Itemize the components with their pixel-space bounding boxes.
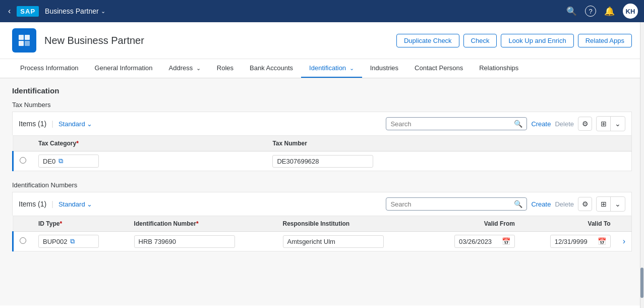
- id-row-radio-input[interactable]: [20, 237, 26, 244]
- id-type-label: ID Type: [38, 220, 60, 227]
- tab-identification[interactable]: Identification ⌄: [301, 59, 362, 78]
- tabs-bar: Process Information General Information …: [0, 59, 644, 78]
- id-numbers-view-buttons: ⊞ ⌄: [596, 196, 625, 212]
- tax-number-value: DE307699628: [277, 158, 319, 165]
- app-title-chevron[interactable]: ⌄: [101, 8, 105, 15]
- tax-numbers-section: Tax Numbers Items (1) | Standard ⌄ 🔍 Cre…: [12, 101, 632, 171]
- valid-from-value: 03/26/2023: [459, 238, 492, 245]
- page-icon: [12, 28, 36, 53]
- page-header: New Business Partner Duplicate Check Che…: [0, 22, 644, 59]
- notification-icon[interactable]: 🔔: [604, 6, 615, 17]
- id-standard-label: Standard: [58, 200, 85, 208]
- responsible-institution-col-header: Responsible Institution: [277, 216, 426, 232]
- tax-numbers-search-box[interactable]: 🔍: [386, 117, 527, 130]
- duplicate-check-button[interactable]: Duplicate Check: [396, 34, 459, 47]
- tax-numbers-grid-view-button[interactable]: ⊞: [597, 117, 611, 131]
- tab-identification-label: Identification: [309, 64, 346, 72]
- valid-from-col-header: Valid From: [425, 216, 521, 232]
- row-radio-input[interactable]: [20, 157, 26, 164]
- identification-chevron-icon: ⌄: [349, 65, 354, 71]
- id-search-icon[interactable]: 🔍: [514, 200, 522, 208]
- copy-icon[interactable]: ⧉: [58, 157, 63, 165]
- identification-numbers-table: ID Type* Identification Number* Responsi…: [12, 216, 632, 251]
- tab-roles[interactable]: Roles: [209, 59, 242, 78]
- table-row: DE0 ⧉ DE307699628: [13, 151, 632, 171]
- tab-relationships[interactable]: Relationships: [471, 59, 526, 78]
- tax-numbers-standard-button[interactable]: Standard ⌄: [58, 120, 92, 128]
- valid-to-calendar-icon[interactable]: 📅: [598, 237, 606, 245]
- tab-contact-persons[interactable]: Contact Persons: [406, 59, 471, 78]
- scrollbar[interactable]: [640, 22, 644, 305]
- search-nav-icon[interactable]: 🔍: [566, 6, 577, 17]
- id-numbers-search-box[interactable]: 🔍: [386, 197, 527, 211]
- address-chevron-icon: ⌄: [196, 65, 201, 71]
- svg-rect-1: [25, 35, 30, 40]
- look-up-enrich-button[interactable]: Look Up and Enrich: [501, 34, 573, 47]
- tax-numbers-expand-button[interactable]: ⌄: [611, 117, 625, 131]
- svg-rect-2: [19, 41, 24, 46]
- identification-number-field[interactable]: HRB 739690: [134, 235, 235, 248]
- identification-number-cell: HRB 739690: [128, 232, 277, 251]
- tab-address-label: Address: [169, 64, 193, 72]
- check-button[interactable]: Check: [463, 34, 497, 47]
- valid-from-calendar-icon[interactable]: 📅: [502, 237, 510, 245]
- tax-category-value: DE0: [43, 158, 55, 165]
- tax-numbers-search-input[interactable]: [390, 120, 514, 128]
- row-radio-cell[interactable]: [13, 151, 33, 171]
- tax-number-col-header: Tax Number: [266, 136, 631, 151]
- id-numbers-standard-button[interactable]: Standard ⌄: [58, 200, 92, 208]
- id-numbers-grid-view-button[interactable]: ⊞: [597, 197, 611, 211]
- tax-search-icon[interactable]: 🔍: [514, 120, 522, 128]
- identification-number-col-header: Identification Number*: [128, 216, 277, 232]
- id-type-value: BUP002: [43, 238, 67, 245]
- related-apps-button[interactable]: Related Apps: [578, 34, 632, 47]
- id-row-radio-cell[interactable]: [13, 232, 33, 251]
- tab-address[interactable]: Address ⌄: [161, 59, 209, 78]
- id-numbers-items-label: Items (1): [19, 200, 46, 208]
- id-type-cell: BUP002 ⧉: [32, 232, 128, 251]
- tax-numbers-items-label: Items (1): [19, 120, 46, 128]
- tab-industries[interactable]: Industries: [362, 59, 406, 78]
- id-type-field[interactable]: BUP002 ⧉: [38, 235, 99, 248]
- tax-numbers-create-button[interactable]: Create: [531, 120, 551, 128]
- tax-category-field[interactable]: DE0 ⧉: [38, 155, 99, 168]
- scrollbar-thumb[interactable]: [640, 268, 643, 298]
- avatar[interactable]: KH: [623, 4, 638, 19]
- page-title: New Business Partner: [44, 35, 144, 46]
- id-select-col-header: [13, 216, 33, 232]
- sap-logo: SAP: [17, 6, 39, 17]
- main-content: Identification Tax Numbers Items (1) | S…: [0, 78, 644, 305]
- svg-rect-3: [25, 41, 30, 46]
- tax-numbers-title: Tax Numbers: [12, 101, 632, 109]
- identification-numbers-toolbar: Items (1) | Standard ⌄ 🔍 Create Delete ⚙…: [12, 192, 632, 216]
- valid-from-field[interactable]: 03/26/2023 📅: [454, 235, 515, 248]
- tax-numbers-delete-button: Delete: [555, 120, 574, 128]
- tax-category-cell: DE0 ⧉: [32, 151, 266, 171]
- standard-label: Standard: [58, 120, 85, 128]
- id-standard-chevron-icon: ⌄: [87, 200, 92, 208]
- tab-bank-accounts[interactable]: Bank Accounts: [242, 59, 301, 78]
- id-copy-icon[interactable]: ⧉: [70, 237, 75, 245]
- responsible-institution-field[interactable]: Amtsgericht Ulm: [283, 235, 384, 248]
- id-numbers-expand-button[interactable]: ⌄: [611, 197, 625, 211]
- id-numbers-search-input[interactable]: [390, 200, 514, 208]
- tax-numbers-settings-icon-button[interactable]: ⚙: [578, 117, 592, 131]
- help-icon[interactable]: ?: [585, 6, 596, 17]
- standard-chevron-icon: ⌄: [87, 120, 92, 128]
- top-nav-bar: ‹ SAP Business Partner ⌄ 🔍 ? 🔔 KH: [0, 0, 644, 22]
- tax-select-col-header: [13, 136, 33, 151]
- tax-numbers-toolbar: Items (1) | Standard ⌄ 🔍 Create Delete ⚙…: [12, 112, 632, 135]
- tax-category-col-header: Tax Category*: [32, 136, 266, 151]
- tab-process-information[interactable]: Process Information: [12, 59, 87, 78]
- row-expand-cell[interactable]: ›: [617, 232, 632, 251]
- table-row: BUP002 ⧉ HRB 739690 Amtsgericht Ulm: [13, 232, 632, 251]
- id-numbers-create-button[interactable]: Create: [531, 200, 551, 208]
- valid-to-field[interactable]: 12/31/9999 📅: [550, 235, 611, 248]
- valid-to-value: 12/31/9999: [555, 238, 588, 245]
- back-button[interactable]: ‹: [6, 5, 13, 18]
- svg-rect-0: [19, 35, 24, 40]
- id-type-col-header: ID Type*: [32, 216, 128, 232]
- tax-number-field[interactable]: DE307699628: [272, 155, 373, 168]
- id-numbers-settings-icon-button[interactable]: ⚙: [578, 197, 592, 211]
- tab-general-information[interactable]: General Information: [87, 59, 161, 78]
